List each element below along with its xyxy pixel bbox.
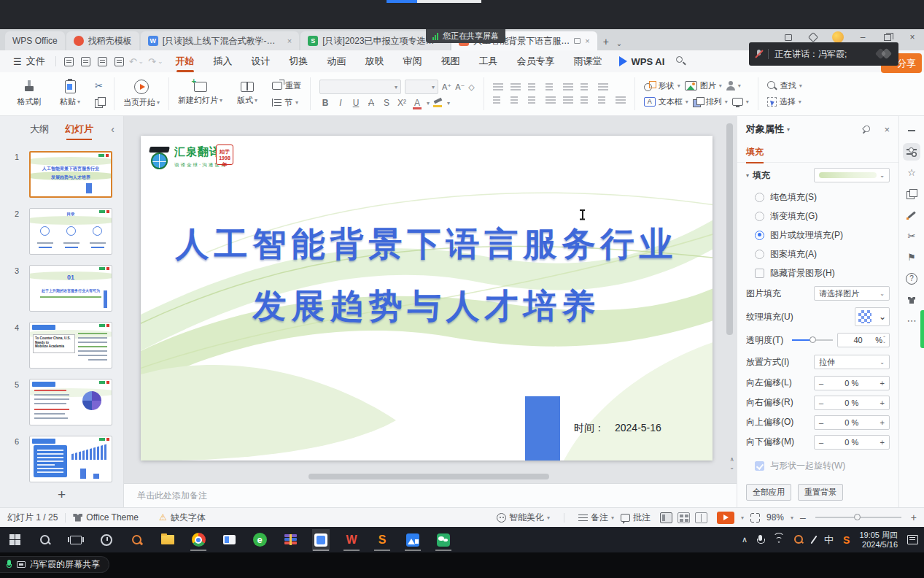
picture-fill-radio[interactable] [755, 231, 764, 240]
taskbar-s-app[interactable]: S [373, 529, 391, 551]
offset-up-stepper[interactable]: – 0 % + [814, 415, 890, 430]
outline-tab[interactable]: 大纲 [30, 123, 49, 136]
increase-font-icon[interactable]: A⁺ [442, 82, 451, 92]
menu-tab-home[interactable]: 开始 [166, 50, 204, 72]
paste-button[interactable]: 粘贴▾ [54, 80, 86, 107]
save-icon[interactable] [64, 57, 74, 66]
align-center-icon[interactable] [510, 96, 521, 104]
horizontal-scrollbar[interactable] [130, 473, 721, 480]
font-name-combo[interactable]: ▾ [319, 80, 401, 94]
tab-wps-home[interactable]: W WPS Office [5, 31, 65, 50]
flag-rail-icon[interactable]: ⚑ [906, 252, 917, 263]
fill-section-caret[interactable]: ▾ [746, 172, 749, 179]
paragraph-spacing-icon[interactable] [598, 96, 608, 104]
print-preview-icon[interactable] [114, 57, 124, 66]
taskbar-active-app[interactable] [312, 529, 330, 551]
plus-button[interactable]: + [880, 379, 885, 388]
account-avatar[interactable] [832, 31, 844, 43]
slide-title-line2[interactable]: 发展趋势与人才培养 [141, 284, 713, 329]
increase-indent-icon[interactable] [546, 83, 556, 91]
star-rail-icon[interactable]: ☆ [906, 167, 917, 179]
slideshow-play-button[interactable] [717, 512, 734, 524]
wifi-icon[interactable] [773, 536, 785, 544]
fill-tab[interactable]: 填充 [746, 146, 764, 158]
meeting-control-notch[interactable] [387, 0, 481, 3]
menu-tab-view[interactable]: 视图 [432, 50, 470, 72]
plus-button[interactable]: + [880, 438, 885, 447]
pin-icon[interactable] [862, 125, 871, 134]
taskbar-wechat[interactable] [435, 529, 452, 551]
restore-button[interactable] [882, 31, 893, 43]
help-rail-icon[interactable]: ? [906, 273, 917, 285]
align-right-icon[interactable] [528, 96, 538, 104]
select-button[interactable]: 选择▾ [767, 96, 801, 107]
menu-tab-member[interactable]: 会员专享 [508, 50, 564, 72]
plus-button[interactable]: + [880, 418, 885, 427]
ime-indicator[interactable]: 中 [824, 533, 834, 547]
missing-fonts-warning[interactable]: ⚠ 缺失字体 [159, 512, 206, 524]
pattern-fill-radio[interactable] [755, 250, 764, 259]
message-box-icon[interactable] [807, 31, 819, 43]
new-slide-button[interactable]: 新建幻灯片▾ [178, 82, 222, 106]
offset-left-stepper[interactable]: – 0 % + [814, 376, 890, 390]
tab-writer-doc[interactable]: W [只读]线上线下混合式教学-英文版 × [141, 31, 299, 50]
zoom-in-button[interactable]: + [911, 512, 917, 523]
menu-tab-review[interactable]: 审阅 [394, 50, 432, 72]
close-tab-icon[interactable]: × [585, 36, 589, 45]
tab-docer-templates[interactable]: 找稻壳模板 [66, 31, 139, 50]
clear-format-icon[interactable]: ◇ [468, 82, 474, 92]
transparency-input[interactable]: 40 % ⌃ ⌄ [837, 333, 890, 347]
copy-icon[interactable] [95, 97, 105, 107]
search-icon[interactable] [676, 56, 686, 66]
decrease-font-icon[interactable]: A⁻ [455, 82, 465, 92]
undo-icon[interactable]: ↶ [129, 56, 137, 67]
theme-indicator[interactable]: Office Theme [73, 512, 139, 523]
slides-tab[interactable]: 幻灯片 [65, 123, 93, 136]
decorative-blue-rect[interactable] [525, 396, 560, 461]
apply-all-button[interactable]: 全部应用 [746, 484, 791, 501]
normal-view-button[interactable] [660, 512, 672, 523]
format-painter-button[interactable]: 格式刷 [13, 80, 45, 107]
rotate-with-shape-checkbox[interactable] [755, 461, 764, 471]
transparency-spinner[interactable]: ⌃ ⌄ [882, 336, 886, 344]
play-from-current-button[interactable]: 当页开始▾ [123, 80, 160, 108]
skin-rail-icon[interactable] [906, 294, 917, 306]
text-spacing-icon[interactable] [581, 83, 591, 91]
slide-thumbnail-2[interactable]: 2 目录 [29, 208, 112, 255]
taskbar-meeting-app[interactable] [404, 529, 422, 551]
font-color-button[interactable]: A [411, 98, 423, 108]
notes-button[interactable]: 备注 ▾ [578, 512, 614, 524]
slide-sorter-view-button[interactable] [678, 512, 690, 523]
gradient-fill-radio[interactable] [755, 212, 764, 221]
zoom-out-button[interactable]: – [800, 512, 806, 523]
add-slide-button[interactable]: + [0, 487, 123, 503]
taskbar-browser-360[interactable]: e [251, 529, 268, 551]
tab-list-dropdown-icon[interactable]: ⌄ [616, 39, 622, 47]
comments-button[interactable]: 批注 [621, 512, 651, 524]
taskbar-archiver[interactable] [282, 529, 299, 551]
section-button[interactable]: 节▾ [272, 97, 301, 108]
placement-dropdown[interactable]: 拉伸 ⌄ [814, 355, 890, 369]
texture-dropdown[interactable]: ⌄ [855, 307, 890, 326]
textbox-button[interactable]: A文本框▾ [644, 96, 688, 107]
slide-size-button[interactable]: ▾ [732, 98, 749, 106]
output-icon[interactable] [81, 57, 90, 66]
taskbar-search[interactable] [36, 529, 54, 551]
text-direction-icon[interactable] [563, 83, 573, 91]
menu-tab-insert[interactable]: 插入 [204, 50, 242, 72]
taskbar-app-search-tool[interactable] [128, 529, 146, 551]
close-window-button[interactable]: × [906, 31, 918, 43]
italic-button[interactable]: I [335, 98, 346, 108]
strikethrough-button[interactable]: A [365, 98, 377, 108]
smart-beautify-button[interactable]: 智能美化 ▾ [497, 512, 550, 524]
plus-button[interactable]: + [880, 398, 885, 407]
slide-thumbnail-3[interactable]: 3 01 处于上升期的语言服务行业大有可为 [29, 265, 112, 312]
menu-tab-tools[interactable]: 工具 [470, 50, 508, 72]
menu-tab-slideshow[interactable]: 放映 [356, 50, 394, 72]
menu-tab-transition[interactable]: 切换 [280, 50, 318, 72]
collapse-rail-icon[interactable] [906, 125, 917, 136]
print-icon[interactable] [98, 57, 107, 66]
shadow-button[interactable]: S [381, 98, 392, 108]
underline-button[interactable]: U [350, 98, 362, 108]
highlight-button[interactable] [433, 99, 443, 107]
